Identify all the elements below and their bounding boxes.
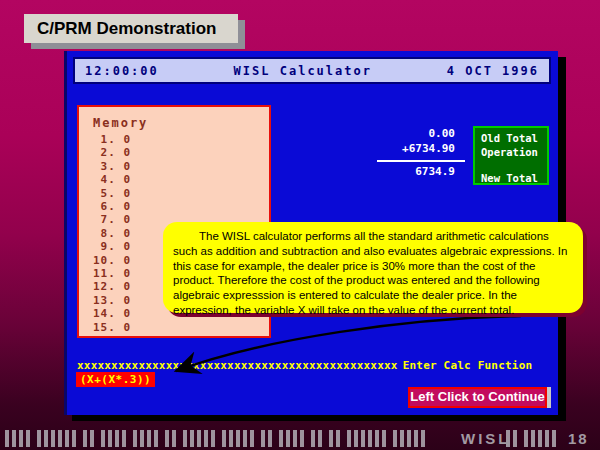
legend-new-total: New Total xyxy=(481,171,547,185)
expression-input[interactable]: (X+(X*.3)) xyxy=(76,372,155,387)
continue-button[interactable]: Left Click to Continue xyxy=(408,387,547,408)
legend-spacer xyxy=(481,159,547,171)
barcode-pattern-right xyxy=(506,430,559,447)
prompt-label: Enter Calc Function xyxy=(403,359,533,372)
footer-brand: WISL xyxy=(461,430,511,447)
barcode-pattern-left xyxy=(5,430,452,447)
old-total-value: 0.00 xyxy=(343,126,455,141)
memory-panel-title: Memory xyxy=(93,115,269,131)
legend-old-total: Old Total xyxy=(481,131,547,145)
operation-value: +6734.90 xyxy=(343,141,455,156)
callout-text: The WISL calculator performs all the sta… xyxy=(173,229,571,318)
legend-operation: Operation xyxy=(481,145,547,159)
totals-legend-box: Old Total Operation New Total xyxy=(473,126,549,185)
slide-title: C/PRM Demonstration xyxy=(24,14,238,43)
total-divider-line xyxy=(377,160,465,162)
explanation-callout: The WISL calculator performs all the sta… xyxy=(163,222,583,313)
slide: { "slide": { "title": "C/PRM Demonstrati… xyxy=(0,0,600,450)
page-number: 18 xyxy=(568,430,589,447)
window-header: 12:00:00 WISL Calculator 4 OCT 1996 xyxy=(73,57,551,84)
calc-function-prompt: xxxxxxxxxxxxxxxxxxxxxxxxxxxxxxxxxxxxxxxx… xyxy=(77,359,532,372)
window-title: WISL Calculator xyxy=(234,64,372,78)
calculation-display: 0.00 +6734.90 xyxy=(343,126,455,156)
clock-readout: 12:00:00 xyxy=(85,64,159,78)
new-total-value: 6734.9 xyxy=(343,165,455,178)
date-readout: 4 OCT 1996 xyxy=(447,64,539,78)
prompt-input-mask: xxxxxxxxxxxxxxxxxxxxxxxxxxxxxxxxxxxxxxxx… xyxy=(77,359,398,372)
